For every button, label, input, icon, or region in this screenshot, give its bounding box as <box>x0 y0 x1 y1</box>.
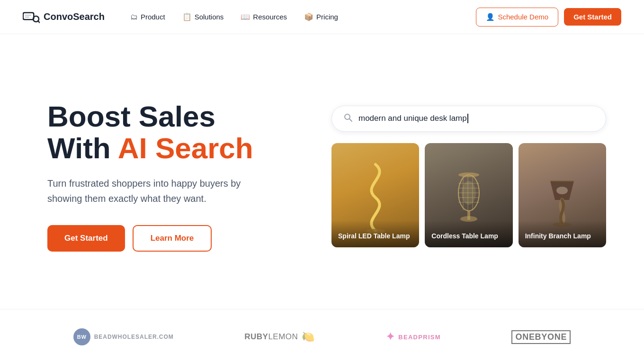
hero-left: Boost Sales With AI Search Turn frustrat… <box>47 101 294 252</box>
brand-rubylemon: RUBYLEMON 🍋 <box>244 331 315 343</box>
onebyone-label: ONEBYONE <box>511 330 571 344</box>
learn-more-button[interactable]: Learn More <box>133 225 212 252</box>
product-card-spiral[interactable]: Spiral LED Table Lamp <box>331 143 419 247</box>
learn-more-label: Learn More <box>151 234 194 243</box>
resources-icon: 📖 <box>241 12 250 21</box>
svg-line-7 <box>349 119 352 121</box>
hero-title-highlight: AI Search <box>118 132 253 164</box>
nav-item-solutions[interactable]: 📋 Solutions <box>176 9 231 25</box>
brand-onebyone: ONEBYONE <box>511 330 571 344</box>
svg-point-24 <box>556 187 568 194</box>
infinity-card-label: Infinity Branch Lamp <box>519 220 606 247</box>
schedule-demo-button[interactable]: 👤 Schedule Demo <box>476 8 558 27</box>
product-card-infinity[interactable]: Infinity Branch Lamp <box>519 143 606 247</box>
solutions-icon: 📋 <box>182 12 192 21</box>
spiral-card-label: Spiral LED Table Lamp <box>331 220 419 247</box>
nav-product-label: Product <box>141 13 165 21</box>
cordless-card-label: Cordless Table Lamp <box>425 220 512 247</box>
svg-rect-1 <box>24 13 33 19</box>
search-text: modern and unique desk lamp <box>358 114 467 123</box>
brand-beadwholesaler: BW BEADWHOLESALER.COM <box>73 328 174 345</box>
rubylemon-icon: 🍋 <box>302 331 315 343</box>
logo-icon <box>23 10 40 24</box>
get-started-hero-label: Get Started <box>64 234 108 243</box>
product-cards: Spiral LED Table Lamp <box>331 143 606 247</box>
beadwholesaler-icon: BW <box>73 328 90 345</box>
svg-rect-4 <box>25 15 31 16</box>
logo-text: ConvoSearch <box>44 11 105 22</box>
pricing-icon: 📦 <box>304 12 313 21</box>
nav-item-product[interactable]: 🗂 Product <box>124 9 172 25</box>
product-icon: 🗂 <box>130 13 138 21</box>
hero-section: Boost Sales With AI Search Turn frustrat… <box>0 34 644 309</box>
hero-title: Boost Sales With AI Search <box>47 101 294 164</box>
navbar: ConvoSearch 🗂 Product 📋 Solutions 📖 Reso… <box>0 0 644 34</box>
schedule-demo-label: Schedule Demo <box>498 13 548 21</box>
nav-links: 🗂 Product 📋 Solutions 📖 Resources 📦 Pric… <box>124 9 345 25</box>
nav-solutions-label: Solutions <box>195 13 224 21</box>
product-card-cordless[interactable]: Cordless Table Lamp <box>425 143 512 247</box>
logo[interactable]: ConvoSearch <box>23 10 105 24</box>
nav-item-pricing[interactable]: 📦 Pricing <box>297 9 345 25</box>
svg-rect-5 <box>25 17 29 18</box>
svg-rect-20 <box>467 210 470 220</box>
svg-line-3 <box>38 21 39 22</box>
get-started-nav-label: Get Started <box>573 13 612 21</box>
svg-point-18 <box>458 172 479 177</box>
hero-subtitle: Turn frustrated shoppers into happy buye… <box>47 176 275 206</box>
get-started-nav-button[interactable]: Get Started <box>564 8 621 26</box>
search-bar[interactable]: modern and unique desk lamp <box>331 106 606 132</box>
hero-title-line1: Boost Sales <box>47 100 215 133</box>
svg-point-21 <box>462 181 476 205</box>
text-cursor <box>467 114 468 123</box>
nav-resources-label: Resources <box>253 13 287 21</box>
hero-right: modern and unique desk lamp Spiral LED T… <box>331 106 606 247</box>
search-value[interactable]: modern and unique desk lamp <box>358 114 594 124</box>
user-icon: 👤 <box>486 13 495 21</box>
hero-buttons: Get Started Learn More <box>47 225 294 252</box>
beadprism-label: BEADPRISM <box>398 334 441 341</box>
get-started-hero-button[interactable]: Get Started <box>47 225 125 252</box>
beadprism-star-icon: ✦ <box>386 331 395 343</box>
brand-beadprism: ✦ BEADPRISM <box>386 331 441 343</box>
beadwholesaler-label: BEADWHOLESALER.COM <box>94 334 174 340</box>
hero-title-line2-plain: With <box>47 132 118 164</box>
nav-right: 👤 Schedule Demo Get Started <box>476 8 621 27</box>
brands-bar: BW BEADWHOLESALER.COM RUBYLEMON 🍋 ✦ BEAD… <box>0 309 644 362</box>
rubylemon-label: RUBYLEMON <box>244 332 298 342</box>
nav-pricing-label: Pricing <box>316 13 338 21</box>
search-icon <box>343 113 353 125</box>
nav-item-resources[interactable]: 📖 Resources <box>234 9 294 25</box>
